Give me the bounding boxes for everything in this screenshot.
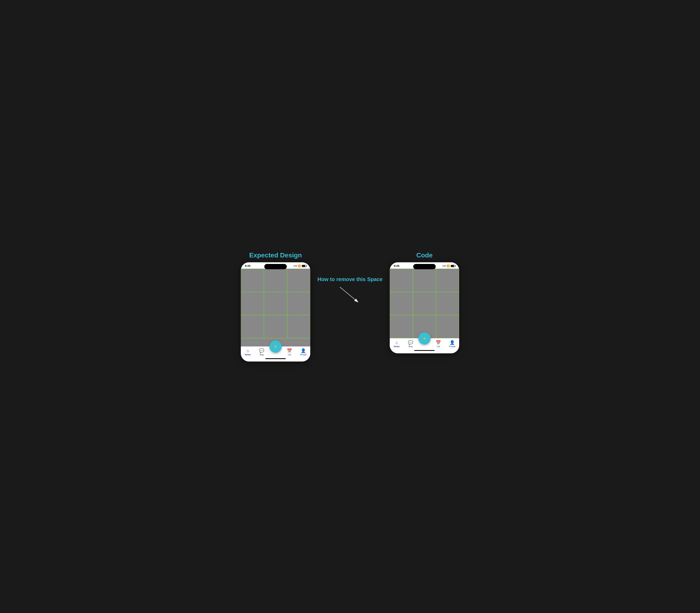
right-msg-label: Msg — [408, 345, 412, 348]
right-fab-plus-icon: + — [423, 335, 427, 342]
left-status-icons: 📶 — [294, 264, 306, 268]
page-container: Expected Design 9:25 📶 — [238, 251, 462, 361]
r-grid-cell-3 — [436, 269, 459, 292]
r-grid-cell-5 — [413, 292, 436, 315]
dot3 — [296, 265, 297, 266]
right-nav-home[interactable]: ⌂ Home — [391, 340, 403, 348]
left-dynamic-island — [264, 264, 287, 269]
grid-cell-3 — [287, 269, 310, 292]
right-grid-content — [390, 269, 459, 338]
grid-cell-1 — [241, 269, 264, 292]
rdot2 — [444, 265, 445, 266]
r-grid-cell-7 — [390, 315, 413, 338]
left-wifi-icon: 📶 — [298, 264, 301, 268]
right-wifi-icon: 📶 — [447, 264, 450, 268]
rdot1 — [443, 265, 444, 266]
left-status-bar: 9:25 📶 — [241, 262, 310, 269]
right-nav-msg[interactable]: 💬 Msg — [405, 340, 416, 348]
right-nav-cal[interactable]: 📅 Cal — [433, 340, 444, 348]
right-status-icons: 📶 — [443, 264, 455, 268]
right-phone-frame: 9:25 📶 — [390, 262, 459, 353]
rdot3 — [445, 265, 446, 266]
left-people-icon: 👤 — [301, 348, 306, 353]
left-home-bar — [265, 358, 286, 359]
left-cal-icon: 📅 — [287, 348, 292, 353]
right-home-label: Home — [394, 345, 400, 348]
right-signal-dots — [443, 265, 446, 266]
grid-cell-7 — [241, 315, 264, 338]
grid-cell-9 — [287, 315, 310, 338]
left-battery-icon — [302, 265, 306, 267]
right-fab-button[interactable]: + — [418, 332, 431, 344]
left-signal-dots — [294, 265, 297, 266]
left-battery-fill — [302, 265, 305, 267]
annotation-arrow — [338, 285, 362, 305]
grid-cell-4 — [241, 292, 264, 315]
right-panel-title: Code — [416, 251, 433, 259]
left-msg-icon: 💬 — [259, 348, 264, 353]
left-fab-button[interactable]: + — [269, 340, 282, 353]
left-panel-title: Expected Design — [249, 251, 302, 259]
annotation-area: How to remove this Space — [313, 251, 387, 305]
right-people-label: People — [449, 345, 456, 348]
arrow-container — [338, 285, 362, 305]
left-msg-label: Msg — [259, 354, 264, 356]
right-home-indicator — [390, 349, 459, 353]
right-bottom-nav[interactable]: + ⌂ Home 💬 Msg 📅 Cal 👤 People — [390, 338, 459, 349]
left-grid-content — [241, 269, 310, 338]
right-battery-icon — [450, 265, 455, 267]
left-bottom-nav[interactable]: + ⌂ Home 💬 Msg 📅 Cal 👤 People — [241, 347, 310, 356]
annotation-text: How to remove this Space — [317, 276, 383, 283]
dot2 — [295, 265, 296, 266]
right-cal-label: Cal — [437, 345, 440, 348]
left-nav-people[interactable]: 👤 People — [297, 348, 309, 356]
left-home-indicator — [241, 356, 310, 362]
right-dynamic-island — [413, 264, 436, 269]
svg-line-1 — [340, 287, 358, 302]
r-grid-cell-1 — [390, 269, 413, 292]
right-home-bar — [414, 350, 435, 351]
r-grid-cell-9 — [436, 315, 459, 338]
left-home-label: Home — [245, 354, 251, 356]
grid-cell-5 — [264, 292, 287, 315]
right-home-icon: ⌂ — [395, 340, 398, 345]
r-grid-cell-6 — [436, 292, 459, 315]
left-status-time: 9:25 — [245, 264, 251, 268]
left-nav-msg[interactable]: 💬 Msg — [256, 348, 267, 356]
right-panel: Code 9:25 📶 — [387, 251, 462, 353]
r-grid-cell-2 — [413, 269, 436, 292]
left-phone-frame: 9:25 📶 — [241, 262, 310, 361]
right-status-time: 9:25 — [394, 264, 399, 268]
grid-cell-6 — [287, 292, 310, 315]
left-fab-plus-icon: + — [274, 343, 278, 350]
right-status-bar: 9:25 📶 — [390, 262, 459, 269]
dot1 — [294, 265, 294, 266]
r-grid-cell-4 — [390, 292, 413, 315]
left-nav-cal[interactable]: 📅 Cal — [284, 348, 295, 356]
grid-cell-8 — [264, 315, 287, 338]
right-cal-icon: 📅 — [436, 340, 441, 345]
grid-cell-2 — [264, 269, 287, 292]
left-home-icon: ⌂ — [246, 348, 249, 353]
right-msg-icon: 💬 — [408, 340, 413, 345]
right-battery-fill — [451, 265, 454, 267]
right-nav-people[interactable]: 👤 People — [447, 340, 458, 348]
right-people-icon: 👤 — [449, 340, 455, 345]
left-cal-label: Cal — [288, 354, 291, 356]
left-panel: Expected Design 9:25 📶 — [238, 251, 314, 361]
left-nav-home[interactable]: ⌂ Home — [242, 348, 253, 356]
left-people-label: People — [300, 354, 307, 356]
